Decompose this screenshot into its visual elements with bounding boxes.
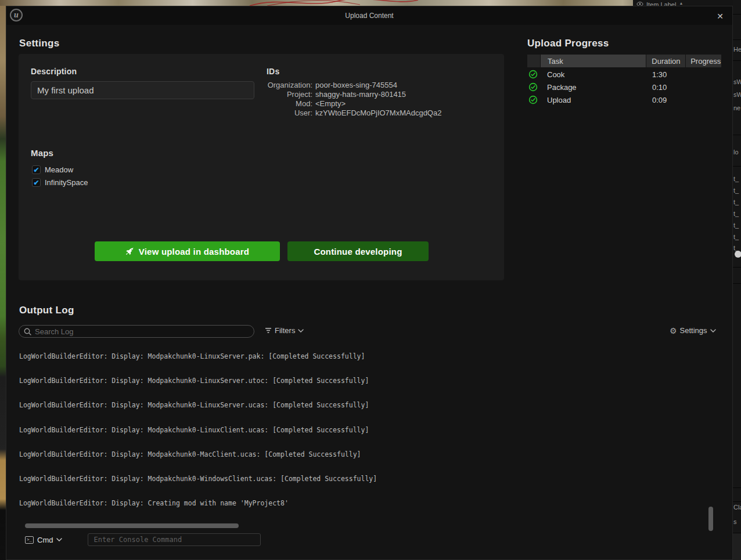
id-value: poor-boxes-sing-745554	[315, 81, 397, 90]
task-duration: 0:09	[646, 96, 685, 104]
secondary-button-label: Continue developing	[314, 247, 402, 256]
task-duration: 0:10	[646, 83, 685, 92]
log-settings-dropdown[interactable]: ⚙ Settings	[670, 326, 716, 335]
maps-heading: Maps	[31, 148, 53, 158]
console-row: >_ Cmd	[25, 533, 261, 547]
id-label: Project:	[259, 90, 312, 99]
bg-text-fragment: sW	[733, 78, 741, 85]
item-label-column-header: Item Label	[646, 1, 676, 6]
log-line: LogWorldBuilderEditor: Display: Modpakch…	[19, 450, 714, 458]
checkbox-meadow[interactable]: ✔	[32, 165, 41, 174]
checkmark-icon: ✔	[33, 167, 39, 174]
log-view: LogWorldBuilderEditor: Display: Modpakch…	[19, 340, 714, 523]
settings-heading: Settings	[19, 38, 59, 49]
close-icon[interactable]: ✕	[715, 11, 725, 21]
ids-heading: IDs	[267, 67, 279, 76]
progress-table-header: Task Duration Progress	[527, 55, 721, 67]
background-outliner-header: Item Label ▲	[633, 0, 733, 6]
log-line: LogWorldBuilderEditor: Display: Creating…	[19, 499, 714, 507]
map-checkbox-row-meadow: ✔ Meadow	[32, 165, 73, 174]
id-row-project: Project: shaggy-hats-marry-801415	[259, 90, 441, 99]
description-input[interactable]	[31, 81, 254, 99]
success-check-icon	[527, 82, 540, 92]
task-duration: 1:30	[646, 70, 685, 79]
log-line: LogWorldBuilderEditor: Display: Modpakch…	[19, 377, 714, 385]
checkmark-icon: ✔	[33, 179, 39, 186]
map-checkbox-row-infinityspace: ✔ InfinitySpace	[32, 178, 88, 187]
search-icon	[24, 328, 31, 335]
horizontal-scrollbar[interactable]	[25, 523, 239, 528]
continue-developing-button[interactable]: Continue developing	[287, 241, 429, 261]
dialog-title: Upload Content	[6, 6, 732, 25]
column-duration[interactable]: Duration	[646, 55, 685, 67]
upload-progress-heading: Upload Progress	[527, 38, 609, 49]
id-value: <Empty>	[315, 99, 346, 109]
log-line: LogWorldBuilderEditor: Display: Modpakch…	[19, 401, 714, 409]
eye-icon	[636, 2, 643, 6]
bg-text-fragment: lo	[733, 149, 739, 156]
map-label: Meadow	[45, 165, 73, 174]
upload-content-dialog: u Upload Content ✕ Settings Description …	[6, 6, 733, 560]
table-row-upload: Upload 0:09	[527, 94, 721, 106]
console-command-input[interactable]	[88, 533, 261, 546]
log-lines: LogWorldBuilderEditor: Display: Modpakch…	[19, 340, 714, 523]
table-row-package: Package 0:10	[527, 81, 721, 93]
column-progress[interactable]: Progress	[686, 55, 721, 67]
id-row-user: User: kzYWtoEFDcMoPjIO7MxMAdcgdQa2	[259, 109, 441, 118]
bg-text-fragment: ne	[733, 104, 740, 111]
chevron-down-icon[interactable]	[56, 538, 62, 541]
checkbox-infinityspace[interactable]: ✔	[32, 178, 41, 187]
log-line: LogWorldBuilderEditor: Display: Modpakch…	[19, 475, 714, 483]
background-panel-right: He sW sW ne lo t_ t_ t_ t_ t_ t_ t_ Cla …	[733, 0, 741, 560]
id-value: kzYWtoEFDcMoPjIO7MxMAdcgdQa2	[315, 109, 441, 118]
success-check-icon	[527, 95, 540, 104]
id-row-mod: Mod: <Empty>	[259, 99, 441, 109]
bg-text-fragment: sW	[733, 91, 741, 98]
background-viewport-left	[0, 6, 6, 560]
table-row-cook: Cook 1:30	[527, 68, 721, 80]
column-task[interactable]: Task	[541, 55, 646, 67]
bg-text-fragment: s	[733, 518, 737, 525]
success-check-icon	[527, 70, 540, 79]
description-label: Description	[31, 67, 77, 76]
screen: Item Label ▲ He sW sW ne lo t_ t_ t_ t_ …	[0, 0, 741, 560]
bg-text-fragment: t_	[733, 210, 739, 217]
cmd-label: Cmd	[37, 536, 53, 544]
primary-button-label: View upload in dashboard	[139, 247, 249, 256]
id-row-organization: Organization: poor-boxes-sing-745554	[259, 81, 441, 90]
view-upload-in-dashboard-button[interactable]: View upload in dashboard	[95, 241, 280, 261]
bg-text-fragment: t_	[733, 198, 739, 205]
log-search-box	[19, 325, 254, 338]
task-name: Upload	[540, 96, 646, 104]
log-line: LogWorldBuilderEditor: Display: Modpakch…	[19, 352, 714, 360]
task-name: Cook	[540, 70, 646, 79]
filters-label: Filters	[275, 326, 295, 335]
bg-text-fragment: Cla	[733, 504, 741, 511]
bg-text-fragment: t_	[733, 175, 739, 182]
terminal-icon: >_	[25, 536, 34, 544]
bg-avatar-dot	[735, 251, 741, 258]
id-label: Mod:	[259, 99, 312, 109]
settings-panel: Description IDs Organization: poor-boxes…	[19, 54, 504, 280]
vertical-scrollbar[interactable]	[708, 507, 713, 531]
chevron-down-icon	[298, 329, 304, 333]
bg-text-fragment: t_	[733, 233, 739, 240]
bg-text-fragment: He	[733, 46, 741, 53]
search-input[interactable]	[35, 327, 249, 336]
bg-text-fragment: t_	[733, 222, 739, 229]
rocket-icon	[125, 247, 134, 256]
background-viewport-top: Item Label ▲	[0, 0, 741, 6]
dialog-titlebar: u Upload Content ✕	[6, 6, 732, 25]
sort-arrow-icon: ▲	[679, 1, 683, 5]
filters-dropdown[interactable]: Filters	[265, 326, 304, 335]
bg-text-fragment: t_	[733, 187, 739, 194]
id-value: shaggy-hats-marry-801415	[315, 90, 406, 99]
chevron-down-icon	[710, 329, 716, 333]
id-label: Organization:	[259, 81, 312, 90]
output-log-heading: Output Log	[19, 305, 74, 316]
task-name: Package	[540, 83, 646, 92]
id-label: User:	[259, 109, 312, 118]
map-label: InfinitySpace	[45, 178, 88, 187]
upload-progress-table: Task Duration Progress Cook 1:30	[527, 55, 721, 106]
spline-gizmo	[244, 0, 418, 6]
